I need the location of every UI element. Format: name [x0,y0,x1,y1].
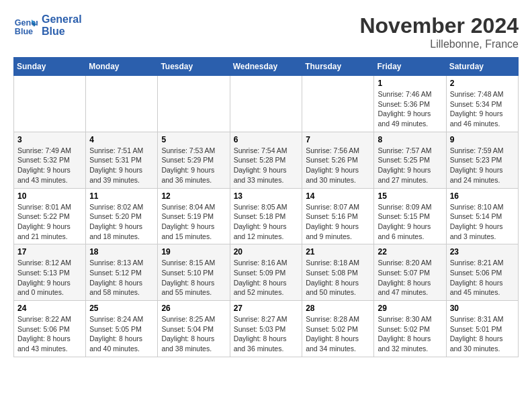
day-info: Sunrise: 7:57 AM Sunset: 5:25 PM Dayligh… [378,146,442,185]
day-info: Sunrise: 8:30 AM Sunset: 5:02 PM Dayligh… [378,314,442,354]
day-info: Sunrise: 8:13 AM Sunset: 5:12 PM Dayligh… [89,258,154,298]
day-info: Sunrise: 8:24 AM Sunset: 5:05 PM Dayligh… [89,314,154,354]
calendar-cell: 26Sunrise: 8:25 AM Sunset: 5:04 PM Dayli… [158,301,230,357]
calendar-cell: 21Sunrise: 8:18 AM Sunset: 5:08 PM Dayli… [302,244,374,301]
day-info: Sunrise: 7:53 AM Sunset: 5:29 PM Dayligh… [161,146,226,185]
svg-text:Blue: Blue [15,27,33,36]
day-number: 25 [89,304,154,313]
calendar-week-row: 17Sunrise: 8:12 AM Sunset: 5:13 PM Dayli… [14,244,519,301]
calendar-table: SundayMondayTuesdayWednesdayThursdayFrid… [13,57,519,357]
day-info: Sunrise: 8:27 AM Sunset: 5:03 PM Dayligh… [234,314,299,354]
title-block: November 2024 Lillebonne, France [359,13,519,50]
calendar-cell: 19Sunrise: 8:15 AM Sunset: 5:10 PM Dayli… [158,244,230,301]
logo-icon: General Blue [13,13,38,38]
day-info: Sunrise: 8:22 AM Sunset: 5:06 PM Dayligh… [17,314,82,354]
day-number: 30 [450,304,515,313]
day-number: 6 [234,135,299,144]
day-number: 5 [161,135,226,144]
day-number: 2 [450,79,515,88]
day-info: Sunrise: 7:49 AM Sunset: 5:32 PM Dayligh… [17,146,82,185]
day-number: 14 [306,191,370,201]
calendar-cell: 5Sunrise: 7:53 AM Sunset: 5:29 PM Daylig… [158,132,230,188]
weekday-header: Monday [86,58,158,76]
day-number: 15 [378,191,442,201]
calendar-cell: 18Sunrise: 8:13 AM Sunset: 5:12 PM Dayli… [86,244,158,301]
day-info: Sunrise: 8:20 AM Sunset: 5:07 PM Dayligh… [378,258,442,298]
calendar-cell: 11Sunrise: 8:02 AM Sunset: 5:20 PM Dayli… [86,188,158,244]
day-number: 9 [450,135,515,144]
calendar-cell: 16Sunrise: 8:10 AM Sunset: 5:14 PM Dayli… [446,188,518,244]
calendar-cell: 25Sunrise: 8:24 AM Sunset: 5:05 PM Dayli… [86,301,158,357]
weekday-header: Tuesday [158,58,230,76]
calendar-cell: 15Sunrise: 8:09 AM Sunset: 5:15 PM Dayli… [374,188,446,244]
day-number: 12 [161,191,226,201]
day-info: Sunrise: 8:01 AM Sunset: 5:22 PM Dayligh… [17,202,82,242]
day-number: 10 [17,191,82,201]
day-info: Sunrise: 8:02 AM Sunset: 5:20 PM Dayligh… [89,202,154,242]
day-number: 4 [89,135,154,144]
day-number: 20 [234,247,299,257]
calendar-week-row: 1Sunrise: 7:46 AM Sunset: 5:36 PM Daylig… [14,76,519,132]
page-header: General Blue General Blue November 2024 … [13,13,519,50]
day-info: Sunrise: 7:46 AM Sunset: 5:36 PM Dayligh… [378,89,442,129]
weekday-header: Friday [374,58,446,76]
location: Lillebonne, France [359,38,519,50]
calendar-cell: 29Sunrise: 8:30 AM Sunset: 5:02 PM Dayli… [374,301,446,357]
day-number: 17 [17,247,82,257]
calendar-cell: 27Sunrise: 8:27 AM Sunset: 5:03 PM Dayli… [230,301,302,357]
day-info: Sunrise: 8:04 AM Sunset: 5:19 PM Dayligh… [161,202,226,242]
calendar-cell [302,76,374,132]
day-info: Sunrise: 8:31 AM Sunset: 5:01 PM Dayligh… [450,314,515,354]
calendar-cell [86,76,158,132]
day-number: 3 [17,135,82,144]
day-number: 23 [450,247,515,257]
day-info: Sunrise: 8:10 AM Sunset: 5:14 PM Dayligh… [450,202,515,242]
calendar-cell: 1Sunrise: 7:46 AM Sunset: 5:36 PM Daylig… [374,76,446,132]
calendar-cell: 7Sunrise: 7:56 AM Sunset: 5:26 PM Daylig… [302,132,374,188]
day-number: 16 [450,191,515,201]
calendar-cell: 8Sunrise: 7:57 AM Sunset: 5:25 PM Daylig… [374,132,446,188]
calendar-cell: 12Sunrise: 8:04 AM Sunset: 5:19 PM Dayli… [158,188,230,244]
day-number: 11 [89,191,154,201]
day-info: Sunrise: 7:48 AM Sunset: 5:34 PM Dayligh… [450,89,515,129]
day-info: Sunrise: 8:18 AM Sunset: 5:08 PM Dayligh… [306,258,370,298]
day-number: 26 [161,304,226,313]
calendar-cell [158,76,230,132]
calendar-cell: 9Sunrise: 7:59 AM Sunset: 5:23 PM Daylig… [446,132,518,188]
calendar-cell: 4Sunrise: 7:51 AM Sunset: 5:31 PM Daylig… [86,132,158,188]
calendar-week-row: 3Sunrise: 7:49 AM Sunset: 5:32 PM Daylig… [14,132,519,188]
day-info: Sunrise: 8:28 AM Sunset: 5:02 PM Dayligh… [306,314,370,354]
day-number: 24 [17,304,82,313]
day-info: Sunrise: 8:09 AM Sunset: 5:15 PM Dayligh… [378,202,442,242]
day-info: Sunrise: 8:05 AM Sunset: 5:18 PM Dayligh… [234,202,299,242]
calendar-cell: 2Sunrise: 7:48 AM Sunset: 5:34 PM Daylig… [446,76,518,132]
logo-line2: Blue [42,26,82,38]
day-info: Sunrise: 7:54 AM Sunset: 5:28 PM Dayligh… [234,146,299,185]
weekday-header-row: SundayMondayTuesdayWednesdayThursdayFrid… [14,58,519,76]
month-title: November 2024 [359,13,519,38]
day-info: Sunrise: 8:16 AM Sunset: 5:09 PM Dayligh… [234,258,299,298]
calendar-cell: 13Sunrise: 8:05 AM Sunset: 5:18 PM Dayli… [230,188,302,244]
day-number: 13 [234,191,299,201]
day-info: Sunrise: 7:51 AM Sunset: 5:31 PM Dayligh… [89,146,154,185]
day-number: 8 [378,135,442,144]
day-number: 7 [306,135,370,144]
day-number: 22 [378,247,442,257]
calendar-cell: 24Sunrise: 8:22 AM Sunset: 5:06 PM Dayli… [14,301,86,357]
calendar-cell: 14Sunrise: 8:07 AM Sunset: 5:16 PM Dayli… [302,188,374,244]
calendar-week-row: 10Sunrise: 8:01 AM Sunset: 5:22 PM Dayli… [14,188,519,244]
logo: General Blue General Blue [13,13,82,38]
calendar-cell: 23Sunrise: 8:21 AM Sunset: 5:06 PM Dayli… [446,244,518,301]
calendar-cell [230,76,302,132]
calendar-cell [14,76,86,132]
day-number: 19 [161,247,226,257]
day-info: Sunrise: 8:21 AM Sunset: 5:06 PM Dayligh… [450,258,515,298]
calendar-cell: 30Sunrise: 8:31 AM Sunset: 5:01 PM Dayli… [446,301,518,357]
weekday-header: Wednesday [230,58,302,76]
logo-line1: General [42,13,82,26]
weekday-header: Thursday [302,58,374,76]
day-number: 1 [378,79,442,88]
day-info: Sunrise: 8:07 AM Sunset: 5:16 PM Dayligh… [306,202,370,242]
calendar-cell: 20Sunrise: 8:16 AM Sunset: 5:09 PM Dayli… [230,244,302,301]
calendar-cell: 28Sunrise: 8:28 AM Sunset: 5:02 PM Dayli… [302,301,374,357]
